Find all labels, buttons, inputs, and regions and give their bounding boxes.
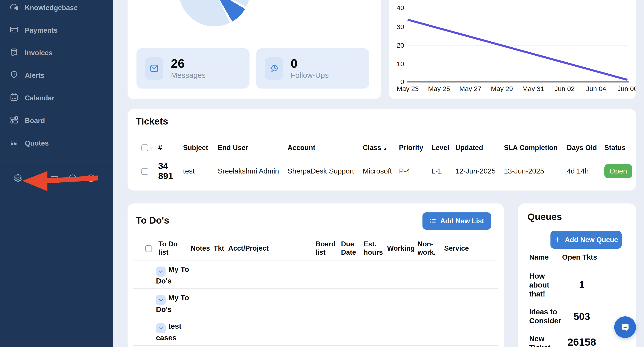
todos-col-duedate[interactable]: Due Date	[341, 240, 364, 257]
tickets-col-updated[interactable]: Updated	[455, 144, 504, 152]
sidebar-item-alerts[interactable]: Alerts	[0, 64, 113, 87]
queue-name[interactable]: Ideas to Consider	[529, 308, 558, 325]
chat-launcher-button[interactable]	[614, 316, 636, 338]
queue-open-count: 503	[564, 311, 600, 322]
tickets-col-status[interactable]: Status	[604, 144, 636, 152]
add-new-list-button[interactable]: Add New List	[422, 212, 491, 230]
sidebar-divider	[0, 161, 113, 161]
panel-icon[interactable]	[50, 173, 59, 184]
sort-asc-icon: ▲	[383, 146, 388, 151]
ticket-daysold: 4d 14h	[567, 167, 604, 175]
sidebar-item-board[interactable]: Board	[0, 109, 113, 132]
activity-line-chart: 40 30 20 10 0 May 23 May 25 May 27 May 2…	[389, 0, 636, 99]
calendar-icon	[10, 93, 19, 104]
ticket-level: L-1	[432, 167, 455, 175]
tickets-col-daysold[interactable]: Days Old	[567, 144, 604, 152]
table-divider	[136, 160, 629, 160]
ticket-number[interactable]: 34 891	[158, 161, 183, 181]
tickets-col-class[interactable]: Class▲	[363, 144, 399, 152]
ticket-enduser: Sreelakshmi Admin	[218, 167, 288, 175]
ticket-row[interactable]: 34 891 test Sreelakshmi Admin SherpaDesk…	[128, 161, 636, 181]
chat-bubble-icon	[619, 321, 632, 334]
ticket-account: SherpaDesk Support	[288, 167, 363, 175]
add-new-list-label: Add New List	[440, 217, 484, 225]
sidebar-item-label: Alerts	[25, 71, 44, 80]
todo-list-row[interactable]: test cases	[128, 317, 504, 345]
queue-name[interactable]: New Ticket	[529, 334, 554, 347]
add-new-queue-button[interactable]: Add New Queue	[550, 231, 622, 249]
tickets-col-subject[interactable]: Subject	[183, 144, 218, 152]
todos-col-nonwork[interactable]: Non-work.	[418, 240, 444, 257]
todos-col-working[interactable]: Working	[387, 244, 418, 252]
sidebar-footer-icons	[13, 173, 96, 184]
board-icon	[10, 115, 19, 126]
messages-pie-chart	[178, 0, 250, 26]
ticket-class: Microsoft	[363, 167, 399, 175]
settings-icon[interactable]	[13, 173, 22, 184]
help-icon[interactable]	[86, 173, 96, 184]
analytics-icon[interactable]	[31, 173, 41, 184]
followup-clock-icon	[265, 57, 283, 80]
tickets-col-number[interactable]: #	[158, 144, 183, 152]
expand-list-button[interactable]	[156, 295, 166, 305]
todo-list-row[interactable]: My To Do's	[128, 289, 504, 317]
queues-col-name: Name	[529, 253, 549, 261]
x-tick: Jun 06	[612, 85, 636, 93]
sidebar-item-invoices[interactable]: Invoices	[0, 41, 113, 64]
invoices-icon	[10, 47, 19, 58]
todos-col-tkt[interactable]: Tkt	[214, 244, 228, 252]
sidebar-item-label: Board	[25, 117, 45, 125]
tickets-col-account[interactable]: Account	[288, 144, 363, 152]
todos-col-boardlist[interactable]: Board list	[316, 240, 341, 257]
payments-icon	[10, 25, 19, 36]
queue-row[interactable]: How about that! 1	[518, 267, 636, 303]
table-divider	[133, 345, 498, 346]
ticket-priority: P-4	[399, 167, 432, 175]
tickets-col-priority[interactable]: Priority	[399, 144, 432, 152]
todos-col-list[interactable]: To Do list	[158, 240, 191, 257]
row-checkbox[interactable]	[142, 168, 148, 175]
mail-icon	[145, 57, 163, 80]
tickets-col-sla[interactable]: SLA Completion	[504, 144, 567, 152]
messages-count: 26	[171, 57, 206, 70]
followups-count: 0	[291, 57, 329, 70]
select-all-checkbox[interactable]	[145, 245, 152, 252]
chart-plot-area: 40 30 20 10 0 May 23 May 25 May 27 May 2…	[389, 0, 636, 99]
todos-col-notes[interactable]: Notes	[191, 244, 214, 252]
sidebar-item-label: Calendar	[25, 94, 54, 102]
table-divider	[136, 182, 629, 182]
x-tick: May 29	[486, 85, 518, 93]
todos-card: To Do's Add New List To Do list Notes Tk…	[128, 203, 504, 347]
x-tick: May 23	[392, 85, 423, 93]
x-tick: Jun 02	[549, 85, 580, 93]
sidebar-item-knowledgebase[interactable]: Knowledgebase	[0, 0, 113, 19]
queue-name[interactable]: How about that!	[529, 272, 556, 299]
todos-col-acct[interactable]: Acct/Project	[228, 244, 316, 252]
expand-list-button[interactable]	[156, 267, 166, 277]
todos-col-service[interactable]: Service	[444, 244, 504, 252]
messages-stat-tile[interactable]: 26 Messages	[136, 48, 250, 88]
tickets-col-level[interactable]: Level	[432, 144, 455, 152]
select-all-checkbox[interactable]	[142, 144, 148, 151]
followups-label: Follow-Ups	[291, 71, 329, 80]
followups-stat-tile[interactable]: 0 Follow-Ups	[256, 48, 369, 88]
tickets-title: Tickets	[136, 116, 168, 127]
todo-list-row[interactable]: My To Do's	[128, 260, 504, 289]
todos-header-row: To Do list Notes Tkt Acct/Project Board …	[128, 237, 504, 259]
quotes-icon	[10, 138, 19, 149]
todos-col-esthours[interactable]: Est. hours	[364, 240, 387, 257]
sidebar-item-calendar[interactable]: Calendar	[0, 87, 113, 109]
sidebar-nav: Knowledgebase Payments Invoices Alerts C	[0, 0, 113, 154]
tickets-header-row: # Subject End User Account Class▲ Priori…	[128, 137, 636, 158]
followups-stat-text: 0 Follow-Ups	[291, 57, 329, 80]
chevron-down-icon[interactable]	[150, 145, 154, 150]
sidebar-item-payments[interactable]: Payments	[0, 19, 113, 41]
queue-open-count: 1	[564, 279, 600, 291]
globe-icon[interactable]	[68, 173, 78, 184]
expand-list-button[interactable]	[156, 323, 166, 333]
sidebar-item-quotes[interactable]: Quotes	[0, 132, 113, 154]
queue-open-count: 26158	[564, 336, 600, 347]
tickets-col-enduser[interactable]: End User	[218, 144, 288, 152]
list-icon	[430, 218, 436, 225]
x-tick: Jun 04	[580, 85, 612, 93]
